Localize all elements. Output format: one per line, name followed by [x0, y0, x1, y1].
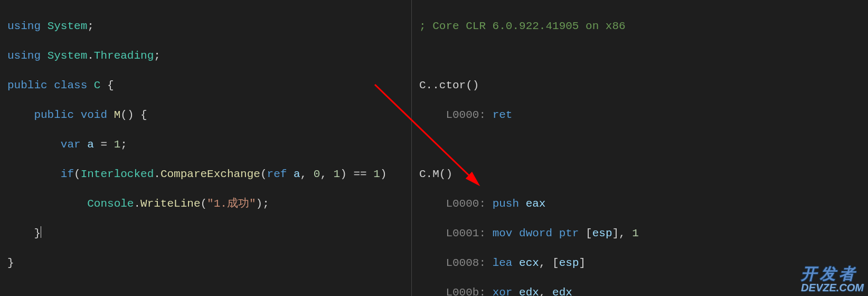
operator: ==: [353, 168, 366, 180]
brace: }: [34, 227, 41, 239]
semicolon: ;: [154, 50, 161, 62]
namespace: System: [48, 50, 88, 62]
blank-line: [419, 137, 861, 152]
code-line: Console.WriteLine("1.成功");: [7, 197, 404, 211]
dot: .: [87, 50, 94, 62]
blank-line: [419, 49, 861, 63]
keyword-if: if: [61, 168, 74, 180]
asm-line: L0008: lea ecx, [esp]: [419, 256, 861, 271]
number: 1: [632, 227, 639, 239]
class-ref: Console: [87, 198, 134, 210]
indent: [7, 168, 61, 180]
opcode: push: [493, 198, 526, 210]
keyword-public: public: [7, 109, 74, 121]
register: edx: [552, 286, 572, 296]
number: 0: [314, 168, 320, 180]
keyword-using: using: [7, 50, 41, 62]
number: 1: [107, 138, 120, 151]
address: L0000:: [419, 198, 493, 210]
class-ref: Interlocked: [81, 168, 154, 180]
keyword-public: public: [7, 79, 48, 91]
comma: ,: [320, 168, 333, 180]
code-line: }: [7, 256, 404, 271]
bracket: ]: [579, 257, 586, 269]
bracket: [: [552, 257, 559, 269]
variable: a: [81, 138, 101, 151]
paren: (: [74, 168, 81, 180]
brace: {: [100, 79, 114, 91]
brace: {: [134, 109, 147, 121]
register: edx: [519, 286, 539, 296]
asm-line: L000b: xor edx, edx: [419, 285, 861, 296]
asm-line: L0000: push eax: [419, 197, 861, 211]
source-code-pane[interactable]: using System; using System.Threading; pu…: [0, 0, 412, 296]
comment: ; Core CLR 6.0.922.41905 on x86: [419, 20, 626, 32]
keyword-ref: ref: [267, 168, 287, 180]
register: esp: [559, 257, 579, 269]
namespace: Threading: [94, 50, 154, 62]
code-line: public void M() {: [7, 108, 404, 123]
paren: ): [340, 168, 353, 180]
code-line: using System.Threading;: [7, 49, 404, 63]
comma: ,: [539, 257, 552, 269]
asm-signature: C.M(): [419, 167, 861, 182]
register: eax: [526, 198, 546, 210]
dot: .: [154, 168, 161, 180]
disassembly-pane[interactable]: ; Core CLR 6.0.922.41905 on x86 C..ctor(…: [412, 0, 868, 296]
string-literal: "1.成功": [207, 198, 256, 210]
opcode: mov: [493, 227, 519, 239]
dot: .: [134, 198, 140, 210]
semicolon: ;: [120, 138, 127, 151]
number: 1: [367, 168, 380, 180]
asm-header: ; Core CLR 6.0.922.41905 on x86: [419, 19, 861, 34]
asm-line: L0000: ret: [419, 108, 861, 123]
keyword-using: using: [7, 20, 41, 32]
keyword-void: void: [81, 109, 107, 121]
comma: ,: [300, 168, 314, 180]
method-name: M: [114, 109, 121, 121]
method-call: CompareExchange: [161, 168, 260, 180]
register: ecx: [519, 257, 539, 269]
code-line: public class C {: [7, 78, 404, 93]
paren: ): [256, 198, 263, 210]
indent: [7, 198, 87, 210]
asm-signature: C..ctor(): [419, 78, 861, 93]
number: 1: [334, 168, 341, 180]
asm-line: L0001: mov dword ptr [esp], 1: [419, 226, 861, 241]
method-call: WriteLine: [140, 198, 200, 210]
text-cursor: [41, 226, 41, 238]
parens: (): [120, 109, 134, 121]
opcode: xor: [493, 286, 519, 296]
address: L000b:: [419, 286, 493, 296]
indent: [7, 227, 34, 239]
semicolon: ;: [87, 20, 94, 32]
indent: [7, 138, 61, 151]
address: L0008:: [419, 257, 493, 269]
code-line: using System;: [7, 19, 404, 34]
paren: ): [380, 168, 387, 180]
brace: }: [7, 257, 14, 269]
bracket: [: [586, 227, 592, 239]
address: L0000:: [419, 109, 493, 121]
semicolon: ;: [262, 198, 269, 210]
equals: =: [100, 138, 107, 151]
namespace: System: [48, 20, 88, 32]
code-line: if(Interlocked.CompareExchange(ref a, 0,…: [7, 167, 404, 182]
keyword-class: class: [54, 79, 87, 91]
bracket: ],: [612, 227, 633, 239]
size-spec: dword ptr: [519, 227, 586, 239]
ctor-sig: C..ctor(): [419, 79, 479, 91]
register: esp: [592, 227, 612, 239]
code-line: }: [7, 226, 404, 241]
paren: (: [260, 168, 267, 180]
class-name: C: [94, 79, 101, 91]
comma: ,: [539, 286, 552, 296]
paren: (: [200, 198, 207, 210]
keyword-var: var: [61, 138, 81, 151]
address: L0001:: [419, 227, 493, 239]
opcode: ret: [493, 109, 513, 121]
method-sig: C.M(): [419, 168, 452, 180]
variable: a: [287, 168, 300, 180]
opcode: lea: [493, 257, 519, 269]
code-line: var a = 1;: [7, 137, 404, 152]
